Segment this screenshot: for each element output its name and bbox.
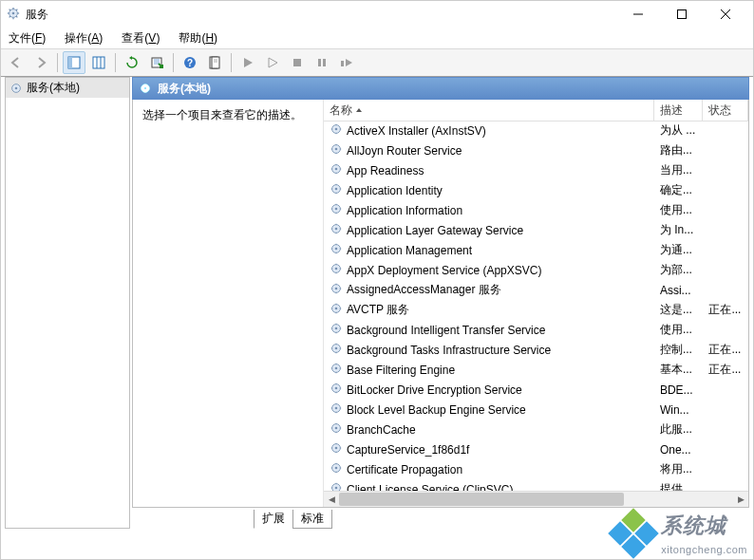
- console-tree: 服务(本地): [5, 77, 130, 529]
- toolbar-forward[interactable]: [29, 51, 52, 74]
- table-row[interactable]: Application Layer Gateway Service为 In...: [324, 220, 748, 240]
- table-row[interactable]: Block Level Backup Engine ServiceWin...: [324, 400, 748, 420]
- toolbar-resume[interactable]: [261, 51, 284, 74]
- toolbar-separator: [231, 53, 232, 72]
- service-desc: 当用...: [654, 162, 704, 178]
- body: 服务(本地) 服务(本地) 选择一个项目来查看它的描述。 名称 描述 状态: [1, 75, 753, 531]
- service-icon: [330, 282, 343, 298]
- table-row[interactable]: BitLocker Drive Encryption ServiceBDE...: [324, 380, 748, 400]
- menu-view[interactable]: 查看(V): [118, 30, 163, 47]
- service-desc: 确定...: [654, 182, 704, 198]
- service-icon: [330, 401, 343, 418]
- horizontal-scrollbar[interactable]: ◀ ▶: [324, 491, 748, 507]
- service-status: 正在...: [703, 302, 748, 318]
- toolbar-refresh[interactable]: [121, 51, 143, 74]
- watermark-url: xitongcheng.com: [661, 544, 747, 555]
- table-row[interactable]: BranchCache此服...: [324, 420, 748, 439]
- table-row[interactable]: Application Identity确定...: [324, 180, 748, 200]
- tab-standard[interactable]: 标准: [292, 510, 332, 529]
- table-row[interactable]: App Readiness当用...: [324, 160, 748, 180]
- service-desc: 为 In...: [654, 222, 704, 238]
- service-name: AVCTP 服务: [347, 302, 409, 318]
- svg-point-143: [335, 487, 338, 490]
- service-icon: [330, 461, 343, 477]
- svg-point-65: [335, 228, 338, 231]
- table-row[interactable]: AllJoyn Router Service路由...: [324, 140, 748, 160]
- column-header-desc[interactable]: 描述: [654, 100, 704, 121]
- svg-point-89: [335, 308, 338, 310]
- table-row[interactable]: Background Tasks Infrastructure Service控…: [324, 340, 748, 360]
- service-desc: 使用...: [654, 322, 704, 338]
- menu-help[interactable]: 帮助(H): [175, 30, 221, 47]
- scroll-thumb[interactable]: [339, 493, 624, 506]
- service-desc: 此服...: [654, 421, 704, 438]
- svg-rect-26: [293, 59, 301, 66]
- service-name: ActiveX Installer (AxInstSV): [347, 124, 486, 138]
- toolbar-help[interactable]: ?: [179, 51, 201, 74]
- svg-rect-29: [341, 61, 344, 66]
- svg-point-77: [335, 268, 338, 271]
- toolbar: ?: [1, 48, 753, 77]
- table-row[interactable]: Application Management为通...: [324, 240, 748, 260]
- service-icon: [330, 162, 343, 178]
- toolbar-stop[interactable]: [286, 51, 309, 74]
- service-icon: [330, 222, 343, 238]
- service-desc: 为部...: [654, 262, 704, 278]
- category-bar: 服务(本地): [132, 77, 749, 100]
- service-icon: [330, 342, 343, 358]
- table-row[interactable]: AppX Deployment Service (AppXSVC)为部...: [324, 260, 748, 280]
- minimize-button[interactable]: [616, 1, 660, 28]
- table-row[interactable]: Base Filtering Engine基本...正在...: [324, 360, 748, 380]
- result-tabs: 扩展 标准: [132, 510, 749, 529]
- toolbar-separator: [57, 53, 58, 72]
- svg-rect-28: [323, 59, 326, 66]
- menu-action[interactable]: 操作(A): [61, 30, 106, 47]
- service-name: BranchCache: [347, 423, 416, 437]
- service-name: AppX Deployment Service (AppXSVC): [347, 264, 541, 277]
- service-desc: 路由...: [654, 142, 704, 159]
- toolbar-export[interactable]: [145, 51, 168, 74]
- toolbar-separator: [115, 53, 116, 72]
- toolbar-restart[interactable]: [335, 51, 358, 74]
- toolbar-pause[interactable]: [311, 51, 333, 74]
- toolbar-start[interactable]: [236, 51, 259, 74]
- service-name: Block Level Backup Engine Service: [347, 403, 526, 417]
- table-row[interactable]: ActiveX Installer (AxInstSV)为从 ...: [324, 121, 748, 140]
- tree-item-services-local[interactable]: 服务(本地): [6, 78, 129, 98]
- service-desc: 为从 ...: [654, 122, 704, 139]
- service-icon: [330, 202, 343, 218]
- service-desc: 将用...: [654, 461, 704, 477]
- details-prompt: 选择一个项目来查看它的描述。: [142, 107, 313, 123]
- svg-point-95: [335, 327, 338, 330]
- scroll-left-arrow[interactable]: ◀: [324, 492, 339, 507]
- service-desc: Win...: [654, 403, 704, 417]
- table-row[interactable]: AssignedAccessManager 服务Assi...: [324, 280, 748, 300]
- column-header-status[interactable]: 状态: [703, 100, 748, 121]
- service-name: CaptureService_1f86d1f: [347, 443, 469, 457]
- toolbar-properties[interactable]: [203, 51, 226, 74]
- tab-extended[interactable]: 扩展: [254, 510, 293, 529]
- table-row[interactable]: Application Information使用...: [324, 200, 748, 220]
- toolbar-back[interactable]: [5, 51, 28, 74]
- right-pane: 服务(本地) 选择一个项目来查看它的描述。 名称 描述 状态 ActiveX I…: [132, 77, 749, 529]
- svg-point-33: [144, 87, 147, 90]
- column-header-name[interactable]: 名称: [324, 100, 654, 121]
- close-button[interactable]: [704, 1, 747, 28]
- table-row[interactable]: AVCTP 服务这是...正在...: [324, 300, 748, 320]
- toolbar-columns[interactable]: [87, 51, 110, 74]
- services-app-icon: [7, 7, 20, 23]
- table-row[interactable]: Background Intelligent Transfer Service使…: [324, 320, 748, 340]
- list-header: 名称 描述 状态: [324, 100, 748, 121]
- maximize-button[interactable]: [660, 1, 704, 28]
- table-row[interactable]: Certificate Propagation将用...: [324, 459, 748, 479]
- toolbar-tree-toggle[interactable]: [63, 51, 85, 74]
- svg-point-113: [335, 387, 338, 390]
- table-row[interactable]: CaptureService_1f86d1fOne...: [324, 439, 748, 459]
- service-name: Background Tasks Infrastructure Service: [347, 344, 551, 357]
- services-list: 名称 描述 状态 ActiveX Installer (AxInstSV)为从 …: [323, 100, 748, 507]
- service-name: Application Layer Gateway Service: [347, 224, 523, 237]
- scroll-right-arrow[interactable]: ▶: [733, 492, 748, 507]
- service-status: 正在...: [703, 342, 748, 358]
- tree-item-label: 服务(本地): [27, 80, 80, 96]
- menu-file[interactable]: 文件(F): [5, 30, 49, 47]
